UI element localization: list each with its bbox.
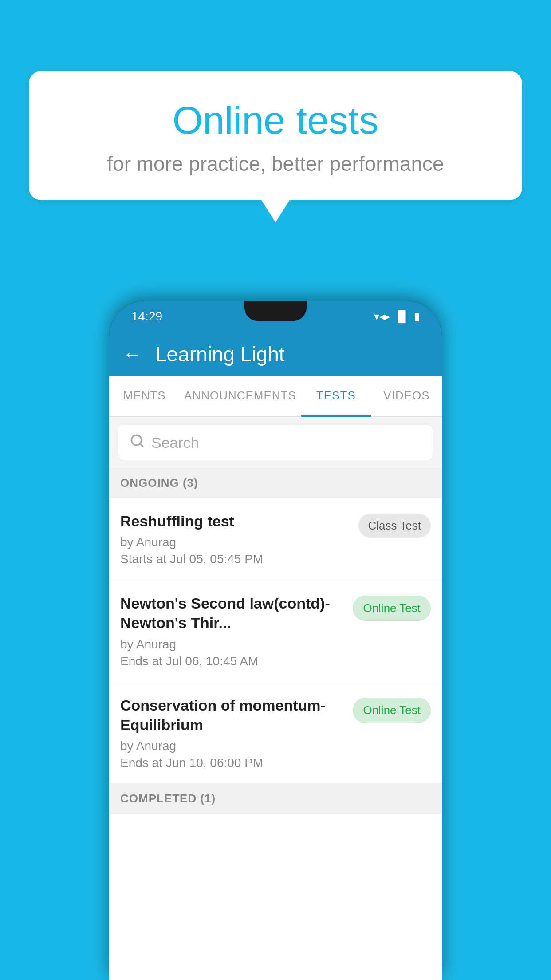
test-author-newtons: by Anurag — [120, 637, 344, 652]
back-button[interactable]: ← — [122, 343, 142, 365]
speech-bubble-subtitle: for more practice, better performance — [51, 152, 500, 176]
svg-line-1 — [140, 444, 143, 447]
app-header: ← Learning Light — [109, 332, 442, 376]
test-title-conservation: Conservation of momentum-Equilibrium — [120, 695, 344, 735]
test-date-newtons: Ends at Jul 06, 10:45 AM — [120, 654, 344, 668]
phone-notch — [244, 301, 307, 321]
status-bar: 14:29 ▾◂▸ ▐▌ ▮ — [109, 301, 442, 332]
test-item-newtons[interactable]: Newton's Second law(contd)-Newton's Thir… — [109, 580, 442, 682]
test-info-reshuffling: Reshuffling test by Anurag Starts at Jul… — [120, 511, 358, 566]
speech-bubble: Online tests for more practice, better p… — [29, 71, 522, 200]
status-time: 14:29 — [131, 309, 162, 324]
test-info-newtons: Newton's Second law(contd)-Newton's Thir… — [120, 593, 353, 668]
tab-ments[interactable]: MENTS — [109, 376, 180, 416]
test-date-conservation: Ends at Jun 10, 06:00 PM — [120, 756, 344, 770]
wifi-icon: ▾◂▸ — [374, 310, 390, 323]
completed-section-header: COMPLETED (1) — [109, 784, 442, 814]
test-title-reshuffling: Reshuffling test — [120, 511, 350, 531]
test-info-conservation: Conservation of momentum-Equilibrium by … — [120, 695, 353, 770]
test-item-reshuffling[interactable]: Reshuffling test by Anurag Starts at Jul… — [109, 498, 442, 580]
test-date-reshuffling: Starts at Jul 05, 05:45 PM — [120, 552, 350, 566]
test-title-newtons: Newton's Second law(contd)-Newton's Thir… — [120, 593, 344, 632]
test-badge-newtons: Online Test — [353, 596, 431, 621]
tab-tests[interactable]: TESTS — [301, 376, 371, 417]
search-box[interactable]: Search — [118, 425, 433, 460]
status-icons: ▾◂▸ ▐▌ ▮ — [374, 310, 420, 323]
tab-announcements[interactable]: ANNOUNCEMENTS — [180, 376, 301, 416]
test-badge-reshuffling: Class Test — [358, 514, 431, 538]
tabs-bar: MENTS ANNOUNCEMENTS TESTS VIDEOS — [109, 376, 442, 417]
search-icon — [130, 433, 145, 452]
speech-bubble-title: Online tests — [51, 98, 500, 143]
phone-frame: 14:29 ▾◂▸ ▐▌ ▮ ← Learning Light MENTS AN… — [109, 301, 442, 980]
battery-icon: ▮ — [414, 310, 420, 323]
search-container: Search — [109, 417, 442, 468]
phone-screen: MENTS ANNOUNCEMENTS TESTS VIDEOS — [109, 376, 442, 980]
search-placeholder: Search — [151, 434, 199, 451]
test-item-conservation[interactable]: Conservation of momentum-Equilibrium by … — [109, 682, 442, 784]
test-badge-conservation: Online Test — [353, 698, 431, 723]
test-author-conservation: by Anurag — [120, 739, 344, 753]
tab-videos[interactable]: VIDEOS — [371, 376, 442, 416]
signal-icon: ▐▌ — [394, 310, 409, 323]
test-author-reshuffling: by Anurag — [120, 535, 350, 549]
ongoing-section-header: ONGOING (3) — [109, 468, 442, 498]
app-title: Learning Light — [155, 342, 285, 366]
